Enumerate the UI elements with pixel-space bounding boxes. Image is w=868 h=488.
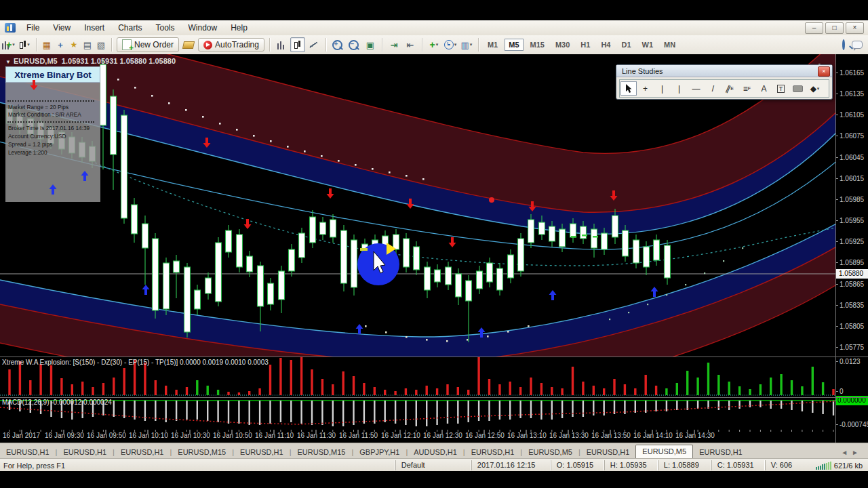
price-axis-label: 1.05985 — [840, 196, 864, 203]
community-icon[interactable] — [852, 41, 863, 49]
chart-tab-12[interactable]: EURUSD,H1 — [693, 446, 749, 459]
time-axis-label: 16 Jan 14:10 — [633, 432, 673, 439]
chart-tab-9[interactable]: EURUSD,M5 — [522, 446, 578, 459]
letterbox-bottom — [0, 471, 868, 488]
dotted-separator — [7, 100, 94, 102]
chart-tab-10[interactable]: EURUSD,H1 — [580, 446, 636, 459]
time-axis-label: 16 Jan 12:50 — [465, 432, 505, 439]
mt4-application: FileViewInsertChartsToolsWindowHelp – □ … — [0, 0, 868, 488]
time-axis-label: 16 Jan 10:10 — [129, 432, 168, 439]
timeframe-h1[interactable]: H1 — [576, 39, 594, 51]
zoom-in-icon[interactable]: + — [330, 37, 345, 52]
time-axis-label: 16 Jan 12:10 — [381, 432, 420, 439]
line-studies-close-button[interactable]: × — [818, 66, 830, 77]
candlestick-type-icon[interactable] — [290, 37, 305, 52]
periods-icon[interactable]: ▾ — [443, 37, 458, 52]
price-axis-label: 1.06045 — [840, 154, 864, 161]
line-chart-type-icon[interactable] — [307, 37, 321, 52]
metaquotes-icon[interactable] — [181, 37, 196, 52]
timeframe-w1[interactable]: W1 — [638, 39, 658, 51]
chart-tab-8[interactable]: EURUSD,H1 — [465, 446, 521, 459]
chart-tab-11[interactable]: EURUSD,M5 — [635, 445, 693, 459]
autotrading-button[interactable]: AutoTrading — [198, 38, 264, 52]
profiles-icon[interactable]: ▾ — [17, 37, 32, 52]
status-profile[interactable]: Default — [395, 460, 471, 470]
new-chart-icon[interactable]: +▾ — [1, 37, 16, 52]
chart-canvas[interactable] — [0, 54, 835, 443]
chart-tab-6[interactable]: GBPJPY,H1 — [353, 446, 406, 459]
vertical-line-tool-icon[interactable]: | — [654, 81, 671, 96]
line-studies-tools: +||—/∥E≡FAT◆▾ — [619, 79, 829, 98]
auto-scroll-icon[interactable]: ⇥ — [387, 37, 401, 52]
chart-tab-1[interactable]: EURUSD,H1 — [57, 446, 113, 459]
macd-axis-label: -0.000745 — [840, 421, 868, 428]
time-axis-label: 16 Jan 11:10 — [255, 432, 294, 439]
menu-item-insert[interactable]: Insert — [77, 22, 111, 34]
navigator-icon[interactable]: ★ — [68, 37, 80, 52]
restore-button[interactable]: □ — [825, 22, 844, 34]
status-bar: For Help, press F1 Default 2017.01.16 12… — [0, 458, 868, 472]
tile-windows-icon[interactable]: ▣ — [363, 37, 378, 52]
timeframe-d1[interactable]: D1 — [617, 39, 635, 51]
market-watch-icon[interactable]: ▦ — [41, 37, 53, 52]
menu-item-window[interactable]: Window — [182, 22, 224, 34]
fibonacci-tool-icon[interactable]: ≡F — [739, 81, 755, 96]
chart-shift-icon[interactable]: ⇤ — [403, 37, 418, 52]
chart-tab-0[interactable]: EURUSD,H1 — [0, 446, 56, 459]
autotrading-icon — [203, 41, 212, 49]
terminal-icon[interactable]: ▤ — [81, 37, 94, 52]
line-studies-titlebar[interactable]: Line Studies — [616, 65, 832, 77]
strategy-tester-icon[interactable]: ▧ — [95, 37, 107, 52]
timeframe-m1[interactable]: M1 — [484, 39, 502, 51]
bar-chart-type-icon[interactable] — [274, 37, 289, 52]
time-axis-label: 16 Jan 2017 — [3, 432, 40, 439]
zoom-out-icon[interactable]: − — [347, 37, 361, 52]
timeframe-h4[interactable]: H4 — [597, 39, 614, 51]
pane-separator-1[interactable] — [0, 357, 868, 357]
menu-item-file[interactable]: File — [20, 22, 46, 34]
timeframe-m5[interactable]: M5 — [505, 39, 523, 51]
horizontal-line-tool-icon[interactable]: — — [688, 81, 705, 96]
minimize-button[interactable]: – — [805, 22, 823, 34]
chart-marker-icon: ▼ — [5, 59, 11, 65]
chart-tab-7[interactable]: AUDUSD,H1 — [408, 446, 463, 459]
trendline-tool-icon[interactable]: / — [705, 81, 722, 96]
indicators-icon[interactable]: +▾ — [427, 37, 441, 52]
search-icon[interactable] — [842, 41, 845, 49]
timeframe-mn[interactable]: MN — [660, 39, 679, 51]
price-axis-label: 1.06165 — [840, 69, 864, 77]
text-tool-icon[interactable]: A — [756, 81, 772, 96]
text-label-tool-icon[interactable]: T — [773, 81, 789, 96]
menu-item-view[interactable]: View — [46, 22, 77, 34]
time-axis-label: 16 Jan 13:50 — [591, 432, 631, 439]
templates-icon[interactable]: ▥▾ — [459, 37, 474, 52]
time-axis-label: 16 Jan 13:10 — [507, 432, 547, 439]
time-axis[interactable]: 16 Jan 201716 Jan 09:3016 Jan 09:5016 Ja… — [0, 430, 835, 443]
menu-bar: FileViewInsertChartsToolsWindowHelp – □ … — [0, 20, 868, 36]
new-order-button[interactable]: New Order — [117, 37, 179, 52]
equidistant-channel-tool-icon[interactable]: ∥E — [722, 81, 738, 96]
macd-pane-label: MACD(12,26,9) -0.000012 0.000024 — [2, 399, 112, 406]
timeframe-m30[interactable]: M30 — [551, 39, 574, 51]
menu-item-help[interactable]: Help — [224, 22, 254, 34]
rectangle-tool-icon[interactable] — [790, 81, 806, 96]
data-window-icon[interactable]: + — [54, 37, 66, 52]
chart-tab-3[interactable]: EURUSD,M15 — [172, 446, 232, 459]
pane-separator-2[interactable] — [0, 397, 868, 398]
explosion-axis-label: 0.0123 — [840, 358, 861, 365]
vertical-line-2-tool-icon[interactable]: | — [671, 81, 688, 96]
timeframe-m15[interactable]: M15 — [526, 39, 549, 51]
tab-scroll-arrows[interactable]: ◄► — [835, 449, 868, 459]
chart-tab-5[interactable]: EURUSD,M15 — [292, 446, 352, 459]
chart-tab-4[interactable]: EURUSD,H1 — [234, 446, 290, 459]
menu-item-tools[interactable]: Tools — [149, 22, 182, 34]
chart-tab-2[interactable]: EURUSD,H1 — [115, 446, 170, 459]
cursor-tool-icon[interactable] — [620, 81, 637, 96]
price-axis-label: 1.06015 — [840, 175, 864, 182]
price-axis[interactable]: 1.061651.061351.061051.060751.060451.060… — [836, 54, 868, 443]
menu-item-charts[interactable]: Charts — [111, 22, 149, 34]
timeframe-buttons: M1M5M15M30H1H4D1W1MN — [482, 39, 681, 51]
close-button[interactable]: × — [846, 22, 864, 34]
crosshair-tool-icon[interactable]: + — [637, 81, 654, 96]
arrows-tool-icon[interactable]: ◆▾ — [807, 81, 823, 96]
